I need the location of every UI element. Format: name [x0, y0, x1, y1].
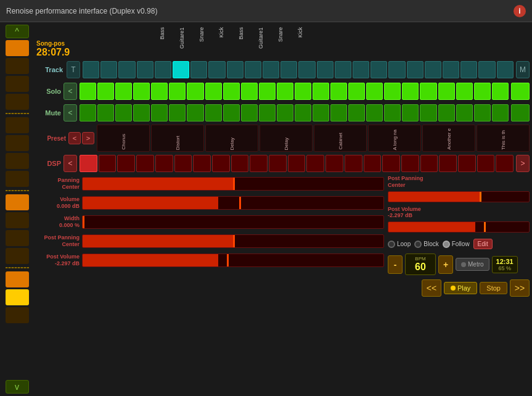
bpm-minus-button[interactable]: -: [388, 255, 403, 274]
dsp-cell[interactable]: [496, 155, 514, 172]
mute-left-button[interactable]: <: [63, 104, 77, 122]
track-cell[interactable]: [208, 61, 225, 78]
solo-cell[interactable]: [438, 83, 455, 100]
track-cell[interactable]: [478, 61, 495, 78]
solo-cell[interactable]: [295, 83, 311, 100]
mute-cell[interactable]: [151, 104, 168, 122]
mute-cell[interactable]: [169, 104, 186, 122]
sidebar-up-button[interactable]: ^: [6, 25, 29, 38]
preset-cell[interactable]: Distort: [151, 125, 204, 152]
mixer-slider[interactable]: [82, 196, 384, 210]
solo-cell[interactable]: [402, 83, 419, 100]
mute-cell[interactable]: [133, 104, 150, 122]
sidebar-item-5[interactable]: [6, 135, 29, 151]
mute-cell[interactable]: [456, 104, 473, 122]
solo-cell[interactable]: [313, 83, 329, 100]
solo-cell[interactable]: [366, 83, 383, 100]
track-cell[interactable]: [263, 61, 279, 78]
solo-cell[interactable]: [151, 83, 168, 100]
mute-cell[interactable]: [474, 104, 491, 122]
preset-cell[interactable]: Another e: [422, 125, 475, 152]
dsp-cell[interactable]: [420, 155, 438, 172]
dsp-cell[interactable]: [250, 155, 268, 172]
block-button[interactable]: Block: [414, 241, 438, 248]
mute-cell[interactable]: [241, 104, 258, 122]
track-cell[interactable]: [190, 61, 207, 78]
track-cell[interactable]: [245, 61, 261, 78]
preset-cell[interactable]: Chorus: [97, 125, 150, 152]
mixer-slider[interactable]: [82, 215, 384, 229]
track-cell[interactable]: [298, 61, 315, 78]
info-button[interactable]: i: [514, 5, 526, 17]
solo-left-button[interactable]: <: [63, 83, 77, 100]
dsp-cell[interactable]: [155, 155, 173, 172]
sidebar-item-12[interactable]: [6, 271, 29, 287]
solo-cell[interactable]: [241, 83, 258, 100]
solo-cell[interactable]: [259, 83, 276, 100]
mute-right-cell[interactable]: [511, 104, 530, 122]
sidebar-item-13[interactable]: [6, 289, 29, 305]
solo-cell[interactable]: [330, 83, 347, 100]
solo-cell[interactable]: [97, 83, 114, 100]
sidebar-item-4[interactable]: [6, 117, 29, 133]
mute-cell[interactable]: [205, 104, 222, 122]
dsp-cell[interactable]: [325, 155, 343, 172]
sidebar-item-10[interactable]: [6, 230, 29, 246]
solo-cell[interactable]: [492, 83, 509, 100]
track-cell[interactable]: [227, 61, 243, 78]
right-post-volume-slider[interactable]: [388, 221, 530, 233]
preset-cell[interactable]: Delay: [205, 125, 258, 152]
mixer-slider[interactable]: [82, 254, 384, 267]
solo-cell[interactable]: [223, 83, 240, 100]
preset-cell[interactable]: Cabinet: [314, 125, 367, 152]
sidebar-item-11[interactable]: [6, 248, 29, 264]
dsp-cell[interactable]: [382, 155, 400, 172]
dsp-cell[interactable]: [231, 155, 249, 172]
mute-cell[interactable]: [259, 104, 276, 122]
mute-cell[interactable]: [384, 104, 401, 122]
dsp-left-button[interactable]: <: [63, 155, 77, 172]
track-cell[interactable]: [425, 61, 441, 78]
right-post-panning-slider[interactable]: [388, 191, 530, 202]
track-cell[interactable]: [317, 61, 334, 78]
preset-cell[interactable]: A long na: [368, 125, 421, 152]
edit-button[interactable]: Edit: [473, 239, 493, 249]
solo-cell[interactable]: [277, 83, 293, 100]
mute-cell[interactable]: [223, 104, 240, 122]
track-cell[interactable]: [155, 61, 171, 78]
preset-next-button[interactable]: >: [82, 132, 94, 144]
mute-cell[interactable]: [187, 104, 203, 122]
sidebar-item-7[interactable]: [6, 171, 29, 187]
dsp-cell[interactable]: [306, 155, 324, 172]
dsp-cell[interactable]: [401, 155, 419, 172]
mute-cell[interactable]: [97, 104, 114, 122]
solo-cell[interactable]: [205, 83, 222, 100]
solo-right-cell[interactable]: [511, 83, 530, 100]
track-cell[interactable]: [353, 61, 369, 78]
dsp-cell[interactable]: [193, 155, 211, 172]
solo-cell[interactable]: [384, 83, 401, 100]
dsp-cell[interactable]: [99, 155, 117, 172]
track-cell[interactable]: [173, 61, 189, 78]
mixer-slider[interactable]: [82, 234, 384, 248]
mute-cell[interactable]: [115, 104, 132, 122]
sidebar-item-1[interactable]: [6, 58, 29, 74]
mixer-slider[interactable]: [82, 177, 384, 191]
bpm-plus-button[interactable]: +: [438, 255, 453, 274]
mute-cell[interactable]: [402, 104, 419, 122]
dsp-cell[interactable]: [117, 155, 135, 172]
solo-cell[interactable]: [169, 83, 186, 100]
follow-button[interactable]: Follow: [443, 241, 470, 248]
dsp-cell[interactable]: [288, 155, 306, 172]
mute-cell[interactable]: [313, 104, 329, 122]
track-cell[interactable]: [137, 61, 153, 78]
dsp-cell[interactable]: [174, 155, 192, 172]
solo-cell[interactable]: [187, 83, 203, 100]
solo-cell[interactable]: [474, 83, 491, 100]
track-cell[interactable]: [497, 61, 514, 78]
mute-cell[interactable]: [420, 104, 436, 122]
sidebar-item-0[interactable]: [6, 40, 29, 56]
sidebar-item-14[interactable]: [6, 307, 29, 323]
track-cell[interactable]: [100, 61, 117, 78]
metro-button[interactable]: Metro: [456, 258, 489, 271]
